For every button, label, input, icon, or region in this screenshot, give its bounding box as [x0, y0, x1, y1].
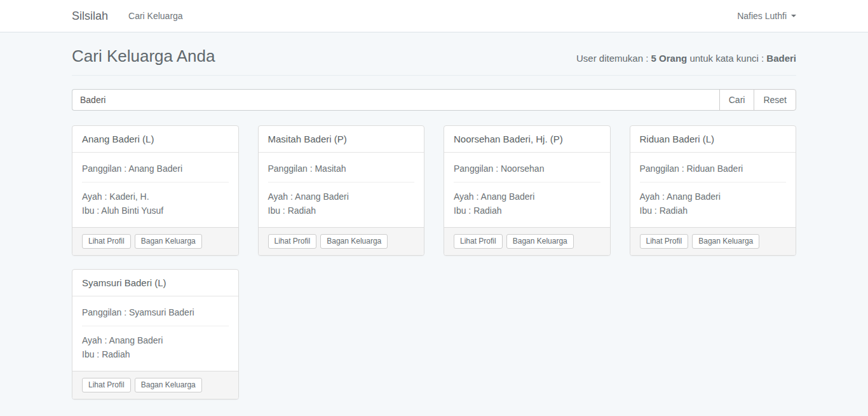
user-name: Nafies Luthfi [737, 11, 787, 21]
person-card-body: Panggilan : Syamsuri Baderi Ayah : Anang… [72, 296, 238, 371]
view-profile-button[interactable]: Lihat Profil [82, 234, 131, 249]
person-nickname: Panggilan : Riduan Baderi [640, 162, 787, 175]
search-input[interactable] [72, 89, 719, 111]
family-chart-button[interactable]: Bagan Keluarga [506, 234, 574, 249]
divider [640, 182, 787, 183]
family-chart-button[interactable]: Bagan Keluarga [135, 234, 202, 249]
page-title: Cari Keluarga Anda [72, 46, 215, 66]
person-card-body: Panggilan : Anang Baderi Ayah : Kaderi, … [72, 153, 238, 227]
person-mother: Ibu : Radiah [640, 204, 787, 218]
person-card-footer: Lihat Profil Bagan Keluarga [444, 227, 610, 255]
person-card-footer: Lihat Profil Bagan Keluarga [72, 371, 238, 399]
person-card-title: Noorsehan Baderi, Hj. (P) [444, 126, 610, 153]
person-nickname: Panggilan : Syamsuri Baderi [82, 306, 229, 319]
person-card-title: Anang Baderi (L) [72, 126, 238, 153]
person-father: Ayah : Anang Baderi [640, 190, 787, 204]
navbar-inner: Silsilah Cari Keluarga Nafies Luthfi [72, 0, 796, 32]
person-father: Ayah : Kaderi, H. [82, 190, 229, 204]
view-profile-button[interactable]: Lihat Profil [268, 234, 317, 249]
person-card: Anang Baderi (L) Panggilan : Anang Bader… [72, 125, 239, 256]
person-father: Ayah : Anang Baderi [454, 190, 600, 204]
main-content: Cari Keluarga Anda User ditemukan : 5 Or… [72, 46, 796, 416]
person-cards-grid: Anang Baderi (L) Panggilan : Anang Bader… [72, 125, 796, 416]
family-chart-button[interactable]: Bagan Keluarga [692, 234, 759, 249]
person-card-body: Panggilan : Noorsehan Ayah : Anang Bader… [444, 153, 610, 227]
search-reset-button[interactable]: Reset [754, 89, 796, 111]
result-prefix: User ditemukan : [576, 53, 651, 64]
person-nickname: Panggilan : Noorsehan [454, 162, 600, 175]
person-card-title: Riduan Baderi (L) [630, 126, 796, 153]
person-card-footer: Lihat Profil Bagan Keluarga [259, 227, 424, 255]
person-mother: Ibu : Radiah [268, 204, 415, 218]
person-card-footer: Lihat Profil Bagan Keluarga [630, 227, 796, 255]
person-nickname: Panggilan : Masitah [268, 162, 415, 175]
divider [454, 182, 600, 183]
user-menu-dropdown[interactable]: Nafies Luthfi [737, 11, 796, 21]
search-form: Cari Reset [72, 89, 796, 111]
person-mother: Ibu : Radiah [82, 347, 229, 361]
person-card-title: Syamsuri Baderi (L) [72, 270, 238, 296]
navbar: Silsilah Cari Keluarga Nafies Luthfi [0, 0, 868, 32]
brand-link[interactable]: Silsilah [72, 10, 108, 23]
person-father: Ayah : Anang Baderi [82, 333, 229, 347]
view-profile-button[interactable]: Lihat Profil [640, 234, 689, 249]
divider [82, 182, 229, 183]
person-card-title: Masitah Baderi (P) [259, 126, 424, 153]
nav-item-cari-keluarga[interactable]: Cari Keluarga [128, 11, 183, 21]
divider [268, 182, 415, 183]
result-keyword: Baderi [766, 53, 796, 64]
person-mother: Ibu : Aluh Binti Yusuf [82, 204, 229, 218]
family-chart-button[interactable]: Bagan Keluarga [135, 378, 202, 392]
view-profile-button[interactable]: Lihat Profil [82, 378, 131, 392]
person-card: Syamsuri Baderi (L) Panggilan : Syamsuri… [72, 269, 239, 399]
person-card: Masitah Baderi (P) Panggilan : Masitah A… [258, 125, 425, 256]
view-profile-button[interactable]: Lihat Profil [454, 234, 503, 249]
person-father: Ayah : Anang Baderi [268, 190, 415, 204]
person-card-footer: Lihat Profil Bagan Keluarga [72, 227, 238, 255]
person-mother: Ibu : Radiah [454, 204, 600, 218]
person-nickname: Panggilan : Anang Baderi [82, 162, 229, 175]
person-card: Noorsehan Baderi, Hj. (P) Panggilan : No… [444, 125, 611, 256]
search-submit-button[interactable]: Cari [719, 89, 755, 111]
caret-down-icon [791, 15, 796, 17]
divider [82, 326, 229, 326]
person-card-body: Panggilan : Riduan Baderi Ayah : Anang B… [630, 153, 796, 227]
person-card-body: Panggilan : Masitah Ayah : Anang Baderi … [259, 153, 424, 227]
page-header: Cari Keluarga Anda User ditemukan : 5 Or… [72, 46, 796, 76]
family-chart-button[interactable]: Bagan Keluarga [320, 234, 388, 249]
person-card: Riduan Baderi (L) Panggilan : Riduan Bad… [630, 125, 797, 256]
search-result-summary: User ditemukan : 5 Orang untuk kata kunc… [576, 53, 796, 64]
result-count: 5 Orang [651, 53, 688, 64]
result-middle: untuk kata kunci : [687, 53, 766, 64]
